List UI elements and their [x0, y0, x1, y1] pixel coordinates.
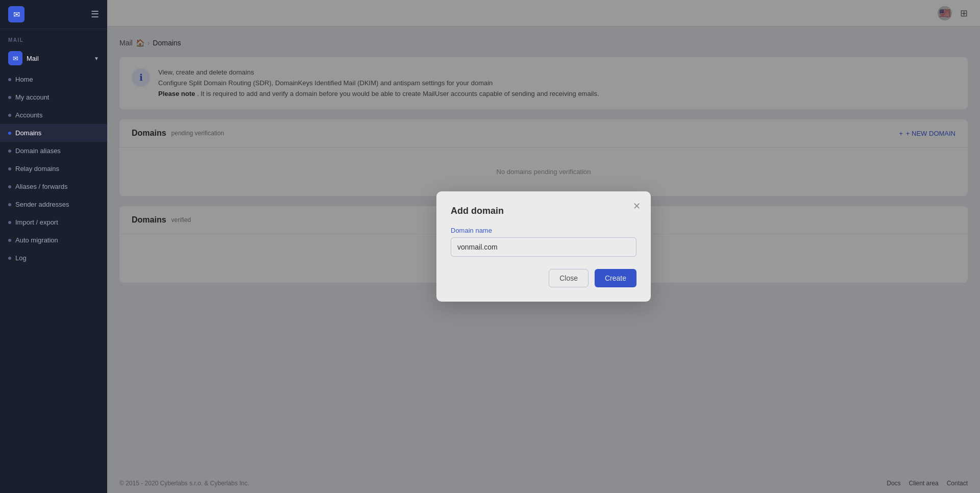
main-content: 🇺🇸 ⊞ Mail 🏠 › Domains ℹ View, create and…: [107, 0, 980, 493]
sidebar-item-label: Import / export: [15, 218, 58, 226]
chevron-down-icon: ▼: [94, 56, 99, 61]
dot-icon: [8, 132, 11, 135]
mail-parent-icon: ✉: [8, 51, 22, 65]
sidebar-item-label: Home: [15, 76, 33, 83]
sidebar-section-label: MAIL: [0, 29, 107, 46]
sidebar-item-label: Sender addresses: [15, 201, 69, 208]
sidebar-item-domains[interactable]: Domains: [0, 124, 107, 142]
dot-icon: [8, 167, 11, 170]
sidebar-item-aliases-forwards[interactable]: Aliases / forwards: [0, 178, 107, 195]
sidebar-item-sender-addresses[interactable]: Sender addresses: [0, 195, 107, 213]
sidebar-item-home[interactable]: Home: [0, 70, 107, 88]
modal-close-btn[interactable]: Close: [549, 269, 589, 287]
sidebar-item-label: Log: [15, 254, 27, 262]
sidebar-item-auto-migration[interactable]: Auto migration: [0, 231, 107, 249]
add-domain-modal: Add domain ✕ Domain name Close Create: [436, 191, 651, 302]
sidebar-item-relay-domains[interactable]: Relay domains: [0, 160, 107, 178]
sidebar-item-label: Accounts: [15, 111, 42, 119]
sidebar-item-label: Aliases / forwards: [15, 183, 68, 190]
sidebar-item-accounts[interactable]: Accounts: [0, 106, 107, 124]
modal-title: Add domain: [451, 206, 636, 216]
sidebar-item-log[interactable]: Log: [0, 249, 107, 267]
dot-icon: [8, 96, 11, 99]
sidebar-header: ✉ ☰: [0, 0, 107, 29]
sidebar-parent-label: Mail: [27, 55, 39, 62]
modal-actions: Close Create: [451, 269, 636, 287]
domain-name-label: Domain name: [451, 227, 636, 234]
domain-name-form-group: Domain name: [451, 227, 636, 257]
sidebar-item-label: My account: [15, 93, 49, 101]
sidebar-item-my-account[interactable]: My account: [0, 88, 107, 106]
modal-close-button[interactable]: ✕: [631, 200, 643, 213]
modal-overlay[interactable]: Add domain ✕ Domain name Close Create: [107, 0, 980, 493]
modal-create-btn[interactable]: Create: [595, 269, 636, 287]
dot-icon: [8, 203, 11, 206]
sidebar-item-label: Domains: [15, 129, 41, 137]
sidebar-parent-mail[interactable]: ✉ Mail ▼: [0, 46, 107, 70]
sidebar-logo: ✉: [8, 6, 24, 22]
dot-icon: [8, 150, 11, 153]
dot-icon: [8, 257, 11, 260]
dot-icon: [8, 221, 11, 224]
dot-icon: [8, 114, 11, 117]
menu-toggle-icon[interactable]: ☰: [91, 9, 99, 20]
sidebar-item-import-export[interactable]: Import / export: [0, 213, 107, 231]
dot-icon: [8, 78, 11, 81]
sidebar-item-label: Auto migration: [15, 236, 58, 244]
sidebar: ✉ ☰ MAIL ✉ Mail ▼ Home My account Accoun…: [0, 0, 107, 493]
dot-icon: [8, 185, 11, 188]
sidebar-item-label: Relay domains: [15, 165, 59, 172]
sidebar-item-label: Domain aliases: [15, 147, 61, 155]
dot-icon: [8, 239, 11, 242]
domain-name-input[interactable]: [451, 237, 636, 257]
sidebar-item-domain-aliases[interactable]: Domain aliases: [0, 142, 107, 160]
